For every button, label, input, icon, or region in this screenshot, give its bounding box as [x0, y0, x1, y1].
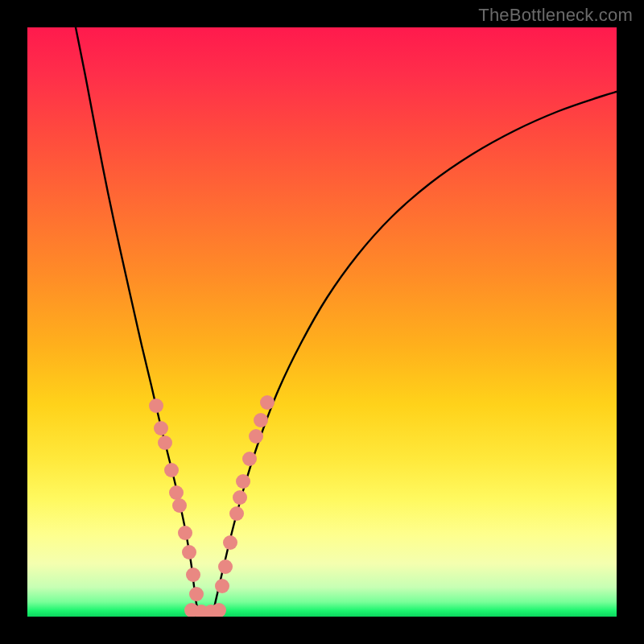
watermark-text: TheBottleneck.com [478, 5, 633, 26]
marker-dot [218, 559, 233, 574]
marker-dot [164, 463, 179, 477]
marker-dot [178, 526, 192, 540]
marker-dot [186, 568, 200, 582]
salmon-markers [149, 395, 275, 617]
marker-dot [254, 413, 268, 427]
marker-dot [236, 474, 250, 489]
marker-dot [249, 429, 263, 444]
marker-dot [223, 535, 237, 550]
marker-dot [189, 587, 204, 601]
curve-right-branch [213, 92, 617, 615]
series-left-branch [76, 27, 200, 615]
marker-dot [182, 545, 196, 559]
marker-dot [154, 421, 168, 436]
curve-left-branch [76, 27, 200, 615]
marker-dot [172, 498, 187, 513]
marker-dot [169, 485, 184, 500]
plot-area [27, 27, 617, 617]
marker-dot [260, 395, 275, 410]
marker-dot [158, 436, 172, 450]
marker-dot [215, 579, 229, 593]
marker-dot [149, 398, 163, 413]
marker-dot [242, 452, 257, 466]
series-right-branch [213, 92, 617, 615]
chart-frame: TheBottleneck.com [0, 0, 644, 644]
curve-layer [27, 27, 617, 617]
marker-dot [229, 506, 244, 521]
marker-dot [233, 490, 247, 505]
